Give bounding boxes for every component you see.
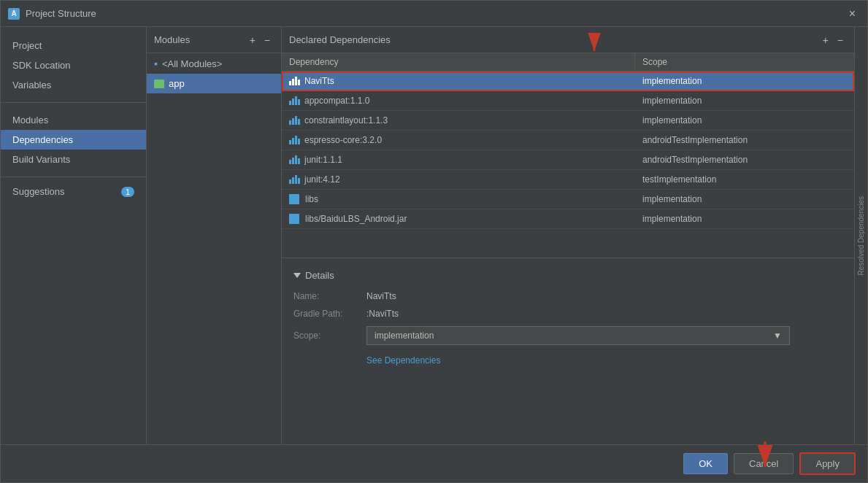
gradle-path-value: :NaviTts <box>366 309 399 319</box>
dependencies-panel: Declared Dependencies + − <box>282 27 854 444</box>
modules-add-button[interactable]: + <box>246 33 259 47</box>
dep-scope-espresso: androidTestImplementation <box>635 131 854 150</box>
dep-cell-navitts-name: NaviTts <box>282 72 635 90</box>
nav-section-middle: Modules Dependencies Build Variants <box>1 107 146 172</box>
window-title: Project Structure <box>26 8 96 19</box>
see-deps-container: See Dependencies <box>366 352 842 366</box>
dep-scope-appcompat: implementation <box>635 91 854 110</box>
sidebar-item-modules[interactable]: Modules <box>1 110 146 130</box>
dep-cell-junit412-name: junit:4.12 <box>282 170 635 189</box>
sidebar-item-variables[interactable]: Variables <box>1 75 146 95</box>
app-icon: A <box>8 8 20 20</box>
name-value: NaviTts <box>366 291 396 301</box>
dep-remove-button[interactable]: − <box>834 33 847 47</box>
dep-row-libs-baidu[interactable]: libs/BaiduLBS_Android.jar implementation <box>282 209 854 229</box>
dep-scope-junit111: androidTestImplementation <box>635 150 854 169</box>
dep-cell-constraintlayout-name: constraintlayout:1.1.3 <box>282 111 635 130</box>
dep-row-junit111[interactable]: junit:1.1.1 androidTestImplementation <box>282 150 854 170</box>
resolved-deps-panel: Resolved Dependencies <box>854 27 867 444</box>
nav-divider-2 <box>1 177 146 177</box>
libs-icon <box>289 194 299 204</box>
suggestions-badge: 1 <box>121 187 134 197</box>
dep-cell-appcompat-name: appcompat:1.1.0 <box>282 91 635 110</box>
dep-table: Dependency Scope NaviTts impleme <box>282 53 854 258</box>
modules-list: ▪ <All Modules> app <box>147 53 281 444</box>
module-item-all[interactable]: ▪ <All Modules> <box>147 53 281 74</box>
nav-section-top: Project SDK Location Variables <box>1 33 146 98</box>
apply-button[interactable]: Apply <box>799 452 856 475</box>
dep-row-libs[interactable]: libs implementation <box>282 190 854 209</box>
navitts-bar-icon <box>289 77 300 85</box>
dep-row-constraintlayout[interactable]: constraintlayout:1.1.3 implementation <box>282 111 854 131</box>
dep-row-espresso[interactable]: espresso-core:3.2.0 androidTestImplement… <box>282 131 854 150</box>
junit412-bar-icon <box>289 175 300 184</box>
dep-table-header: Dependency Scope <box>282 53 854 72</box>
scope-dropdown-arrow: ▼ <box>773 331 782 341</box>
detail-row-gradle-path: Gradle Path: :NaviTts <box>293 309 842 319</box>
main-content: Project SDK Location Variables Modules D… <box>1 27 867 444</box>
all-modules-label: <All Modules> <box>162 58 222 69</box>
dep-col-header-scope: Scope <box>635 53 854 71</box>
arrow-indicator-top <box>583 33 605 55</box>
dep-cell-junit111-name: junit:1.1.1 <box>282 150 635 169</box>
modules-panel-title: Modules <box>154 34 190 45</box>
appcompat-bar-icon <box>289 96 300 105</box>
close-button[interactable]: × <box>845 6 860 22</box>
dep-panel-title: Declared Dependencies <box>289 34 391 45</box>
footer: OK Cancel Apply <box>1 444 867 482</box>
detail-row-name: Name: NaviTts <box>293 291 842 301</box>
modules-toolbar: + − <box>246 33 274 47</box>
title-bar-left: A Project Structure <box>8 8 96 20</box>
app-folder-icon <box>154 80 164 88</box>
scope-select-row: Scope: implementation ▼ <box>293 326 842 345</box>
scope-label: Scope: <box>293 331 366 341</box>
dep-cell-libs-name: libs <box>282 190 635 209</box>
libs-baidu-icon <box>289 214 299 224</box>
sidebar-item-dependencies[interactable]: Dependencies <box>1 130 146 150</box>
details-collapse-icon[interactable] <box>293 273 301 278</box>
dep-col-header-dependency: Dependency <box>282 53 635 71</box>
dep-row-junit412[interactable]: junit:4.12 testImplementation <box>282 170 854 190</box>
dep-panel-header: Declared Dependencies + − <box>282 27 854 53</box>
app-module-label: app <box>169 78 185 89</box>
junit111-bar-icon <box>289 155 300 164</box>
dep-toolbar: + − <box>819 33 847 47</box>
details-title: Details <box>293 270 842 281</box>
all-modules-icon: ▪ <box>154 58 158 69</box>
scope-selected-value: implementation <box>375 331 434 341</box>
details-label: Details <box>305 270 334 281</box>
see-dependencies-link[interactable]: See Dependencies <box>366 355 440 366</box>
title-bar: A Project Structure × <box>1 1 867 27</box>
dep-scope-junit412: testImplementation <box>635 170 854 189</box>
gradle-path-label: Gradle Path: <box>293 309 366 319</box>
constraintlayout-bar-icon <box>289 116 300 125</box>
modules-panel-header: Modules + − <box>147 27 281 53</box>
dep-scope-libs-baidu: implementation <box>635 209 854 228</box>
modules-panel: Modules + − ▪ <All Modules> app <box>147 27 282 444</box>
nav-divider-1 <box>1 102 146 103</box>
details-section: Details Name: NaviTts Gradle Path: :Navi… <box>282 258 854 377</box>
resolved-deps-label: Resolved Dependencies <box>857 196 865 275</box>
sidebar-item-sdk-location[interactable]: SDK Location <box>1 55 146 75</box>
dep-scope-navitts: implementation <box>635 72 854 90</box>
scope-dropdown[interactable]: implementation ▼ <box>366 326 790 345</box>
dep-cell-libs-baidu-name: libs/BaiduLBS_Android.jar <box>282 209 635 228</box>
arrow-apply-indicator <box>750 438 780 474</box>
sidebar-item-suggestions[interactable]: Suggestions 1 <box>1 182 146 201</box>
sidebar: Project SDK Location Variables Modules D… <box>1 27 147 444</box>
dep-scope-constraintlayout: implementation <box>635 111 854 130</box>
espresso-bar-icon <box>289 136 300 144</box>
sidebar-item-build-variants[interactable]: Build Variants <box>1 150 146 169</box>
dep-add-button[interactable]: + <box>819 33 832 47</box>
ok-button[interactable]: OK <box>683 453 728 474</box>
project-structure-window: A Project Structure × Project SDK Locati… <box>0 0 868 483</box>
sidebar-item-project[interactable]: Project <box>1 36 146 55</box>
dep-cell-espresso-name: espresso-core:3.2.0 <box>282 131 635 150</box>
module-item-app[interactable]: app <box>147 74 281 93</box>
name-label: Name: <box>293 291 366 301</box>
modules-remove-button[interactable]: − <box>261 33 274 47</box>
dep-row-navitts[interactable]: NaviTts implementation <box>282 72 854 91</box>
dep-row-appcompat[interactable]: appcompat:1.1.0 implementation <box>282 91 854 111</box>
dep-scope-libs: implementation <box>635 190 854 209</box>
